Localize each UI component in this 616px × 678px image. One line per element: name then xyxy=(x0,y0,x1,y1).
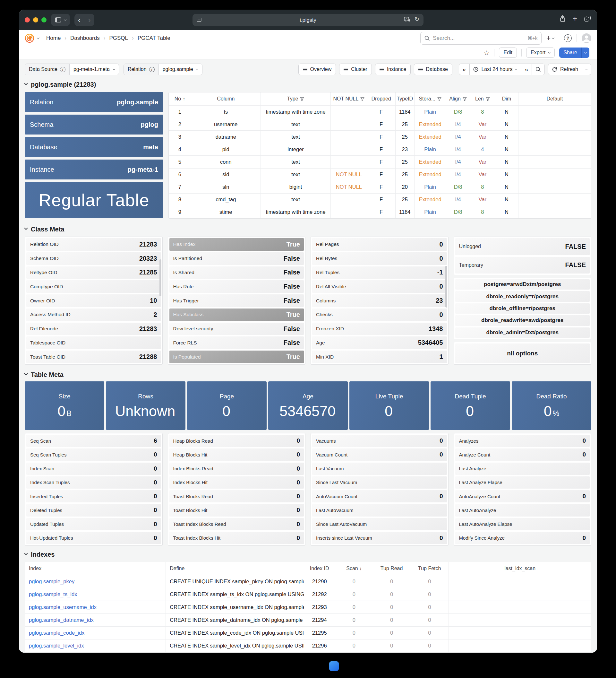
index-link[interactable]: pglog.sample_level_idx xyxy=(25,639,166,652)
dashboard-link-button[interactable]: Cluster xyxy=(339,64,372,75)
index-col-header[interactable]: Index xyxy=(25,562,166,575)
column-header-typeid[interactable]: TypeID xyxy=(396,92,414,105)
filter-icon[interactable] xyxy=(300,97,304,101)
index-row: pglog.sample_pkey CREATE UNIQUE INDEX sa… xyxy=(25,575,591,588)
export-button[interactable]: Export xyxy=(526,47,555,58)
stat-row: Inserts since Last Vacuum0 xyxy=(312,532,447,544)
tab-overview-icon[interactable] xyxy=(584,16,591,22)
index-link[interactable]: pglog.sample_datname_idx xyxy=(25,614,166,626)
relation-select[interactable]: pglog.sample xyxy=(159,64,202,75)
index-link[interactable]: pglog.sample_code_idx xyxy=(25,627,166,639)
breadcrumb-item[interactable]: Dashboards xyxy=(60,35,99,41)
breadcrumb-item[interactable]: PGSQL xyxy=(100,35,128,41)
add-button[interactable]: + xyxy=(546,34,554,42)
collapse-icon xyxy=(24,81,28,85)
chevron-down-icon xyxy=(585,67,588,70)
menu-icon xyxy=(418,68,423,71)
tupfetch-col-header[interactable]: Tup Fetch xyxy=(410,562,449,575)
new-tab-button[interactable]: + xyxy=(573,15,577,23)
column-header-column[interactable]: Column xyxy=(191,92,261,105)
column-header-dropped[interactable]: Dropped xyxy=(367,92,395,105)
address-bar[interactable]: i.pigsty A ↻ xyxy=(193,14,423,26)
share-split-button: Share xyxy=(559,47,589,58)
time-shift-forward-button[interactable]: » xyxy=(521,64,532,75)
acl-entry: dbrole_offline=r/postgres xyxy=(455,303,590,314)
stat-row: Has RuleFalse xyxy=(169,280,304,293)
column-header-notnull[interactable]: NOT NULL xyxy=(331,92,367,105)
column-header-storage[interactable]: Stora... xyxy=(414,92,446,105)
filter-icon[interactable] xyxy=(486,97,490,101)
menu-icon xyxy=(343,68,348,71)
browser-window: ‹ › i.pigsty A ↻ + xyxy=(19,10,597,653)
breadcrumb-item[interactable]: PGCAT Table xyxy=(128,35,170,41)
menu-icon xyxy=(379,68,384,71)
stat-row: Toast Blocks Read0 xyxy=(169,490,304,502)
zoom-out-button[interactable] xyxy=(532,64,544,75)
column-header-default[interactable]: Default xyxy=(519,92,591,105)
sidebar-toggle-button[interactable] xyxy=(51,14,70,26)
section-class-meta[interactable]: Class Meta xyxy=(25,224,591,234)
stat-row: Age5346405 xyxy=(312,336,447,349)
index-link[interactable]: pglog.sample_username_idx xyxy=(25,601,166,613)
datasource-select[interactable]: pg-meta-1.meta xyxy=(70,64,119,75)
column-table-row: 7 sln bigint NOT NULL F 20 Plain D/8 8 N xyxy=(169,181,591,193)
zoom-window-button[interactable] xyxy=(41,17,46,23)
traffic-lights[interactable] xyxy=(25,17,46,23)
stat-row: Last AutoAnalyze xyxy=(455,504,590,516)
share-icon[interactable] xyxy=(560,15,566,22)
search-input[interactable]: Search... ⌘+k xyxy=(420,32,542,45)
reload-icon[interactable]: ↻ xyxy=(414,16,419,22)
column-header-dim[interactable]: Dim xyxy=(495,92,518,105)
filter-icon[interactable] xyxy=(437,97,442,101)
info-icon: i xyxy=(149,67,155,72)
vacuum-stats-panel: Vacuums0Vacuum Count0Last VacuumSince La… xyxy=(311,433,449,546)
refresh-button[interactable]: Refresh xyxy=(548,64,582,75)
forward-button[interactable]: › xyxy=(86,16,93,24)
index-link[interactable]: pglog.sample_pkey xyxy=(25,575,166,588)
analyze-stats-panel: Analyzes0Analyze Count0Last AnalyzeLast … xyxy=(454,433,591,546)
column-header-align[interactable]: Align xyxy=(446,92,470,105)
logged-temp-panel: UnloggedFALSE TemporaryFALSE xyxy=(454,237,591,275)
stat-row: Tablespace OID xyxy=(26,336,161,349)
section-relation[interactable]: pglog.sample (21283) xyxy=(25,80,591,89)
share-menu-button[interactable] xyxy=(581,47,589,58)
close-window-button[interactable] xyxy=(25,17,30,23)
scrollbar[interactable] xyxy=(159,259,161,296)
stat-row: Vacuum Count0 xyxy=(312,449,447,461)
dashboard-link-button[interactable]: Overview xyxy=(298,64,336,75)
time-range-button[interactable]: Last 24 hours xyxy=(470,64,521,75)
lastidxscan-col-header[interactable]: last_idx_scan xyxy=(449,562,591,575)
index-link[interactable]: pglog.sample_ts_idx xyxy=(25,588,166,601)
dashboard-link-button[interactable]: Instance xyxy=(375,64,411,75)
back-button[interactable]: ‹ xyxy=(76,16,83,24)
indexid-col-header[interactable]: Index ID xyxy=(304,562,335,575)
dashboard-link-button[interactable]: Database xyxy=(414,64,452,75)
tupread-col-header[interactable]: Tup Read xyxy=(373,562,410,575)
scan-col-header[interactable]: Scan ↓ xyxy=(335,562,373,575)
minimize-window-button[interactable] xyxy=(33,17,38,23)
edit-button[interactable]: Edit xyxy=(499,47,517,58)
column-header-no[interactable]: No↑ xyxy=(169,92,191,105)
column-header-type[interactable]: Type xyxy=(261,92,331,105)
grafana-logo[interactable] xyxy=(25,33,34,43)
translate-icon[interactable]: A xyxy=(404,17,410,22)
stat-row: Last Analyze xyxy=(455,463,590,475)
filter-icon[interactable] xyxy=(360,97,365,101)
refresh-interval-button[interactable] xyxy=(582,64,591,75)
help-icon[interactable]: ? xyxy=(564,34,572,42)
share-button[interactable]: Share xyxy=(559,47,581,58)
define-col-header[interactable]: Define xyxy=(166,562,304,575)
column-table-row: 6 sid text NOT NULL F 25 Extended I/4 Va… xyxy=(169,168,591,181)
dashboard-toolbar: ☆ Edit Export Share xyxy=(19,46,597,60)
chevron-down-icon[interactable] xyxy=(37,36,39,39)
breadcrumb-item[interactable]: Home xyxy=(46,35,60,41)
filter-icon[interactable] xyxy=(463,97,467,101)
scrollbar[interactable] xyxy=(445,266,447,307)
avatar[interactable] xyxy=(582,33,591,43)
section-indexes[interactable]: Indexes xyxy=(25,550,591,559)
dock-app-icon[interactable] xyxy=(329,661,339,671)
section-table-meta[interactable]: Table Meta xyxy=(25,370,591,379)
column-header-len[interactable]: Len xyxy=(470,92,495,105)
star-icon[interactable]: ☆ xyxy=(484,49,490,56)
time-shift-back-button[interactable]: « xyxy=(459,64,470,75)
